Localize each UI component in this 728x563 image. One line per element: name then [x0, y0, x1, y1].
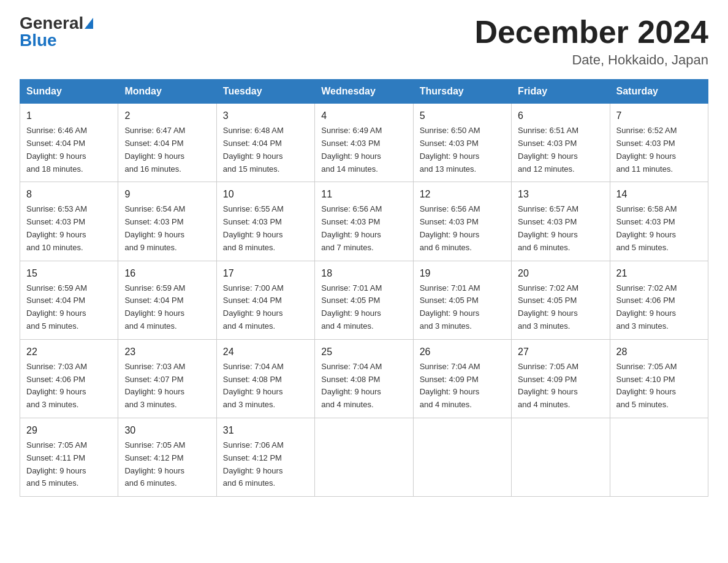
day-number: 11 — [321, 187, 406, 202]
day-number: 13 — [518, 187, 603, 202]
day-number: 18 — [321, 266, 406, 281]
day-info: Sunrise: 6:50 AMSunset: 4:03 PMDaylight:… — [420, 126, 480, 173]
day-number: 28 — [616, 345, 702, 359]
day-number: 14 — [616, 187, 702, 202]
day-number: 6 — [518, 109, 603, 123]
calendar-cell: 22 Sunrise: 7:03 AMSunset: 4:06 PMDaylig… — [20, 339, 118, 418]
calendar-cell: 5 Sunrise: 6:50 AMSunset: 4:03 PMDayligh… — [413, 104, 511, 182]
day-info: Sunrise: 7:01 AMSunset: 4:05 PMDaylight:… — [420, 283, 480, 331]
calendar-week-row: 29 Sunrise: 7:05 AMSunset: 4:11 PMDaylig… — [20, 418, 708, 496]
day-info: Sunrise: 7:04 AMSunset: 4:08 PMDaylight:… — [321, 362, 382, 409]
col-sunday: Sunday — [20, 80, 118, 104]
day-number: 2 — [124, 109, 210, 123]
calendar-cell: 10 Sunrise: 6:55 AMSunset: 4:03 PMDaylig… — [216, 182, 314, 261]
calendar-cell: 15 Sunrise: 6:59 AMSunset: 4:04 PMDaylig… — [20, 261, 118, 339]
day-info: Sunrise: 6:51 AMSunset: 4:03 PMDaylight:… — [518, 126, 578, 173]
day-number: 8 — [26, 187, 112, 202]
day-info: Sunrise: 6:59 AMSunset: 4:04 PMDaylight:… — [124, 283, 185, 331]
col-thursday: Thursday — [413, 80, 511, 104]
day-number: 5 — [420, 109, 505, 123]
logo-general: General — [20, 15, 83, 32]
calendar-cell: 31 Sunrise: 7:06 AMSunset: 4:12 PMDaylig… — [216, 418, 314, 496]
day-info: Sunrise: 7:02 AMSunset: 4:05 PMDaylight:… — [518, 283, 578, 331]
calendar-cell: 9 Sunrise: 6:54 AMSunset: 4:03 PMDayligh… — [118, 182, 216, 261]
day-info: Sunrise: 7:00 AMSunset: 4:04 PMDaylight:… — [223, 283, 284, 331]
calendar-cell — [315, 418, 413, 496]
calendar-table: Sunday Monday Tuesday Wednesday Thursday… — [20, 79, 708, 497]
calendar-cell: 21 Sunrise: 7:02 AMSunset: 4:06 PMDaylig… — [610, 261, 708, 339]
calendar-cell: 28 Sunrise: 7:05 AMSunset: 4:10 PMDaylig… — [610, 339, 708, 418]
day-info: Sunrise: 6:52 AMSunset: 4:03 PMDaylight:… — [616, 126, 677, 173]
day-info: Sunrise: 7:01 AMSunset: 4:05 PMDaylight:… — [321, 283, 382, 331]
day-number: 12 — [420, 187, 505, 202]
day-number: 27 — [518, 345, 603, 359]
calendar-cell: 23 Sunrise: 7:03 AMSunset: 4:07 PMDaylig… — [118, 339, 216, 418]
calendar-cell: 12 Sunrise: 6:56 AMSunset: 4:03 PMDaylig… — [413, 182, 511, 261]
col-saturday: Saturday — [610, 80, 708, 104]
day-info: Sunrise: 7:05 AMSunset: 4:11 PMDaylight:… — [26, 440, 87, 488]
calendar-cell: 14 Sunrise: 6:58 AMSunset: 4:03 PMDaylig… — [610, 182, 708, 261]
calendar-cell: 13 Sunrise: 6:57 AMSunset: 4:03 PMDaylig… — [512, 182, 610, 261]
calendar-cell: 19 Sunrise: 7:01 AMSunset: 4:05 PMDaylig… — [413, 261, 511, 339]
day-info: Sunrise: 6:48 AMSunset: 4:04 PMDaylight:… — [223, 126, 284, 173]
calendar-week-row: 22 Sunrise: 7:03 AMSunset: 4:06 PMDaylig… — [20, 339, 708, 418]
day-info: Sunrise: 6:57 AMSunset: 4:03 PMDaylight:… — [518, 204, 578, 251]
day-info: Sunrise: 6:49 AMSunset: 4:03 PMDaylight:… — [321, 126, 382, 173]
calendar-cell: 29 Sunrise: 7:05 AMSunset: 4:11 PMDaylig… — [20, 418, 118, 496]
calendar-cell — [413, 418, 511, 496]
calendar-cell: 20 Sunrise: 7:02 AMSunset: 4:05 PMDaylig… — [512, 261, 610, 339]
calendar-week-row: 1 Sunrise: 6:46 AMSunset: 4:04 PMDayligh… — [20, 104, 708, 182]
day-number: 29 — [26, 423, 112, 438]
calendar-week-row: 8 Sunrise: 6:53 AMSunset: 4:03 PMDayligh… — [20, 182, 708, 261]
day-info: Sunrise: 7:05 AMSunset: 4:12 PMDaylight:… — [124, 440, 185, 488]
calendar-cell: 6 Sunrise: 6:51 AMSunset: 4:03 PMDayligh… — [512, 104, 610, 182]
calendar-cell: 7 Sunrise: 6:52 AMSunset: 4:03 PMDayligh… — [610, 104, 708, 182]
calendar-cell — [610, 418, 708, 496]
col-monday: Monday — [118, 80, 216, 104]
day-info: Sunrise: 6:47 AMSunset: 4:04 PMDaylight:… — [124, 126, 185, 173]
day-number: 22 — [26, 345, 112, 359]
day-number: 4 — [321, 109, 406, 123]
calendar-cell: 3 Sunrise: 6:48 AMSunset: 4:04 PMDayligh… — [216, 104, 314, 182]
day-number: 20 — [518, 266, 603, 281]
day-number: 3 — [223, 109, 308, 123]
calendar-cell: 11 Sunrise: 6:56 AMSunset: 4:03 PMDaylig… — [315, 182, 413, 261]
day-info: Sunrise: 7:06 AMSunset: 4:12 PMDaylight:… — [223, 440, 284, 488]
day-number: 10 — [223, 187, 308, 202]
page-header: General Blue December 2024 Date, Hokkaid… — [20, 15, 708, 68]
calendar-cell: 30 Sunrise: 7:05 AMSunset: 4:12 PMDaylig… — [118, 418, 216, 496]
day-info: Sunrise: 6:53 AMSunset: 4:03 PMDaylight:… — [26, 204, 87, 251]
calendar-cell: 1 Sunrise: 6:46 AMSunset: 4:04 PMDayligh… — [20, 104, 118, 182]
day-info: Sunrise: 7:03 AMSunset: 4:07 PMDaylight:… — [124, 362, 185, 409]
day-info: Sunrise: 6:58 AMSunset: 4:03 PMDaylight:… — [616, 204, 677, 251]
logo-blue: Blue — [20, 32, 57, 49]
calendar-cell: 24 Sunrise: 7:04 AMSunset: 4:08 PMDaylig… — [216, 339, 314, 418]
day-number: 15 — [26, 266, 112, 281]
day-number: 9 — [124, 187, 210, 202]
calendar-week-row: 15 Sunrise: 6:59 AMSunset: 4:04 PMDaylig… — [20, 261, 708, 339]
calendar-cell: 17 Sunrise: 7:00 AMSunset: 4:04 PMDaylig… — [216, 261, 314, 339]
calendar-body: 1 Sunrise: 6:46 AMSunset: 4:04 PMDayligh… — [20, 104, 708, 497]
day-number: 31 — [223, 423, 308, 438]
day-number: 21 — [616, 266, 702, 281]
day-info: Sunrise: 6:56 AMSunset: 4:03 PMDaylight:… — [321, 204, 382, 251]
day-number: 1 — [26, 109, 112, 123]
day-number: 23 — [124, 345, 210, 359]
day-info: Sunrise: 6:59 AMSunset: 4:04 PMDaylight:… — [26, 283, 87, 331]
day-number: 19 — [420, 266, 505, 281]
calendar-cell: 16 Sunrise: 6:59 AMSunset: 4:04 PMDaylig… — [118, 261, 216, 339]
day-info: Sunrise: 6:54 AMSunset: 4:03 PMDaylight:… — [124, 204, 185, 251]
day-number: 24 — [223, 345, 308, 359]
logo: General Blue — [20, 15, 93, 49]
day-number: 17 — [223, 266, 308, 281]
calendar-cell: 4 Sunrise: 6:49 AMSunset: 4:03 PMDayligh… — [315, 104, 413, 182]
day-info: Sunrise: 7:04 AMSunset: 4:08 PMDaylight:… — [223, 362, 284, 409]
day-info: Sunrise: 7:02 AMSunset: 4:06 PMDaylight:… — [616, 283, 677, 331]
day-number: 7 — [616, 109, 702, 123]
calendar-cell: 8 Sunrise: 6:53 AMSunset: 4:03 PMDayligh… — [20, 182, 118, 261]
day-number: 26 — [420, 345, 505, 359]
day-info: Sunrise: 6:55 AMSunset: 4:03 PMDaylight:… — [223, 204, 284, 251]
calendar-cell: 26 Sunrise: 7:04 AMSunset: 4:09 PMDaylig… — [413, 339, 511, 418]
title-section: December 2024 Date, Hokkaido, Japan — [474, 15, 708, 68]
page-title: December 2024 — [474, 15, 708, 50]
